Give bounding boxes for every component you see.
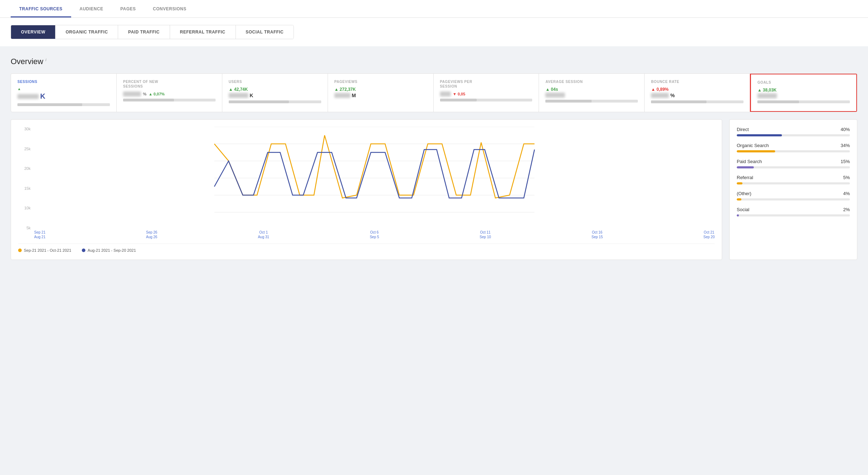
y-label-20k: 20k bbox=[18, 166, 31, 171]
metric-pageviews-session: PAGEVIEWS PERSESSION ▼ 0,05 bbox=[434, 74, 539, 112]
metric-users: USERS ▲ 42,74K K bbox=[222, 74, 328, 112]
traffic-pct-other: 4% bbox=[843, 191, 850, 196]
traffic-bar-fill-referral bbox=[737, 182, 742, 184]
metric-sessions: SESSIONS ▲ K bbox=[11, 74, 117, 112]
metric-new-sessions: PERCENT OF NEWSESSIONS % ▲ 0,07% bbox=[117, 74, 222, 112]
traffic-row-referral: Referral 5% bbox=[737, 175, 850, 184]
tab-pages[interactable]: PAGES bbox=[112, 0, 144, 17]
traffic-bar-direct bbox=[737, 134, 850, 136]
traffic-pct-referral: 5% bbox=[843, 175, 850, 180]
metric-sessions-label: SESSIONS bbox=[17, 79, 110, 84]
traffic-panel: Direct 40% Organic Search 34% bbox=[729, 119, 857, 260]
traffic-row-other: (Other) 4% bbox=[737, 191, 850, 200]
traffic-name-paid: Paid Search bbox=[737, 159, 762, 164]
metric-pageviews: PAGEVIEWS ▲ 272,37K M bbox=[328, 74, 434, 112]
chart-wrapper: 30k 25k 20k 15k 10k 5k bbox=[11, 119, 722, 260]
metric-users-label: USERS bbox=[229, 79, 321, 84]
tab-conversions[interactable]: CONVERSIONS bbox=[144, 0, 195, 17]
legend-label-blue: Aug-21 2021 - Sep-20 2021 bbox=[88, 248, 136, 252]
traffic-pct-direct: 40% bbox=[841, 127, 850, 132]
y-label-5k: 5k bbox=[18, 226, 31, 230]
chart-svg bbox=[34, 127, 715, 230]
metric-new-sessions-label: PERCENT OF NEWSESSIONS bbox=[123, 79, 216, 89]
x-label-sep21: Sep 21 Aug 21 bbox=[34, 230, 46, 241]
traffic-name-other: (Other) bbox=[737, 191, 751, 196]
traffic-bar-referral bbox=[737, 182, 850, 184]
traffic-name-referral: Referral bbox=[737, 175, 753, 180]
traffic-pct-organic: 34% bbox=[841, 143, 850, 148]
metric-pageviews-label: PAGEVIEWS bbox=[334, 79, 427, 84]
metric-goals: GOALS ▲ 38,03K bbox=[750, 73, 857, 112]
chart-x-labels: Sep 21 Aug 21 Sep 26 Aug 26 Oct 1 Aug 31 bbox=[34, 230, 715, 241]
chart-container: 30k 25k 20k 15k 10k 5k bbox=[18, 127, 715, 241]
y-label-15k: 15k bbox=[18, 186, 31, 190]
tab-audience[interactable]: AUDIENCE bbox=[71, 0, 112, 17]
traffic-pct-paid: 15% bbox=[841, 159, 850, 164]
chart-y-labels: 30k 25k 20k 15k 10k 5k bbox=[18, 127, 31, 241]
traffic-row-direct: Direct 40% bbox=[737, 127, 850, 136]
subtab-referral[interactable]: REFERRAL TRAFFIC bbox=[170, 25, 236, 39]
x-label-oct6: Oct 6 Sep 5 bbox=[370, 230, 379, 241]
x-label-oct11: Oct 11 Sep 10 bbox=[480, 230, 491, 241]
main-content: Overview i SESSIONS ▲ K PERCENT OF NEWSE… bbox=[0, 50, 868, 267]
x-label-oct21: Oct 21 Sep 20 bbox=[703, 230, 715, 241]
traffic-bar-fill-paid bbox=[737, 166, 754, 168]
chart-section: 30k 25k 20k 15k 10k 5k bbox=[11, 119, 857, 260]
legend-item-yellow: Sep-21 2021 - Oct-21 2021 bbox=[18, 248, 71, 252]
legend-item-blue: Aug-21 2021 - Sep-20 2021 bbox=[82, 248, 136, 252]
metric-pageviews-session-label: PAGEVIEWS PERSESSION bbox=[440, 79, 533, 89]
subtab-overview[interactable]: OVERVIEW bbox=[11, 25, 55, 39]
subtab-organic[interactable]: ORGANIC TRAFFIC bbox=[55, 25, 118, 39]
traffic-name-organic: Organic Search bbox=[737, 143, 769, 148]
traffic-bar-fill-organic bbox=[737, 150, 775, 152]
traffic-bar-paid bbox=[737, 166, 850, 168]
x-label-oct16: Oct 16 Sep 15 bbox=[592, 230, 603, 241]
traffic-name-social: Social bbox=[737, 207, 749, 212]
metrics-row: SESSIONS ▲ K PERCENT OF NEWSESSIONS % ▲ … bbox=[11, 73, 857, 112]
legend-dot-blue bbox=[82, 249, 85, 252]
top-nav: TRAFFIC SOURCES AUDIENCE PAGES CONVERSIO… bbox=[0, 0, 868, 18]
metric-avg-session-label: AVERAGE SESSION bbox=[545, 79, 638, 84]
tab-traffic-sources[interactable]: TRAFFIC SOURCES bbox=[11, 0, 71, 17]
y-label-10k: 10k bbox=[18, 206, 31, 210]
legend-label-yellow: Sep-21 2021 - Oct-21 2021 bbox=[24, 248, 71, 252]
sub-nav: OVERVIEW ORGANIC TRAFFIC PAID TRAFFIC RE… bbox=[0, 18, 868, 46]
legend-dot-yellow bbox=[18, 249, 22, 252]
traffic-pct-social: 2% bbox=[843, 207, 850, 212]
metric-avg-session: AVERAGE SESSION ▲ 04s bbox=[539, 74, 645, 112]
sub-nav-inner: OVERVIEW ORGANIC TRAFFIC PAID TRAFFIC RE… bbox=[11, 25, 294, 39]
page-wrapper: TRAFFIC SOURCES AUDIENCE PAGES CONVERSIO… bbox=[0, 0, 868, 475]
traffic-bar-fill-social bbox=[737, 214, 739, 216]
metric-goals-label: GOALS bbox=[757, 80, 850, 85]
traffic-bar-fill-direct bbox=[737, 134, 782, 136]
x-label-sep26: Sep 26 Aug 26 bbox=[146, 230, 157, 241]
traffic-row-organic: Organic Search 34% bbox=[737, 143, 850, 152]
x-label-oct1: Oct 1 Aug 31 bbox=[258, 230, 269, 241]
traffic-row-social: Social 2% bbox=[737, 207, 850, 216]
y-label-30k: 30k bbox=[18, 127, 31, 131]
traffic-bar-social bbox=[737, 214, 850, 216]
traffic-bar-other bbox=[737, 198, 850, 200]
metric-bounce-rate-label: BOUNCE RATE bbox=[651, 79, 743, 84]
metric-bounce-rate: BOUNCE RATE ▲ 0,89% % bbox=[645, 74, 750, 112]
chart-legend: Sep-21 2021 - Oct-21 2021 Aug-21 2021 - … bbox=[18, 244, 715, 252]
traffic-bar-organic bbox=[737, 150, 850, 152]
overview-title: Overview i bbox=[11, 57, 857, 66]
traffic-name-direct: Direct bbox=[737, 127, 749, 132]
subtab-paid[interactable]: PAID TRAFFIC bbox=[118, 25, 170, 39]
chart-svg-area bbox=[34, 127, 715, 230]
traffic-bar-fill-other bbox=[737, 198, 741, 200]
y-label-25k: 25k bbox=[18, 147, 31, 151]
subtab-social[interactable]: SOCIAL TRAFFIC bbox=[236, 25, 294, 39]
traffic-row-paid: Paid Search 15% bbox=[737, 159, 850, 168]
